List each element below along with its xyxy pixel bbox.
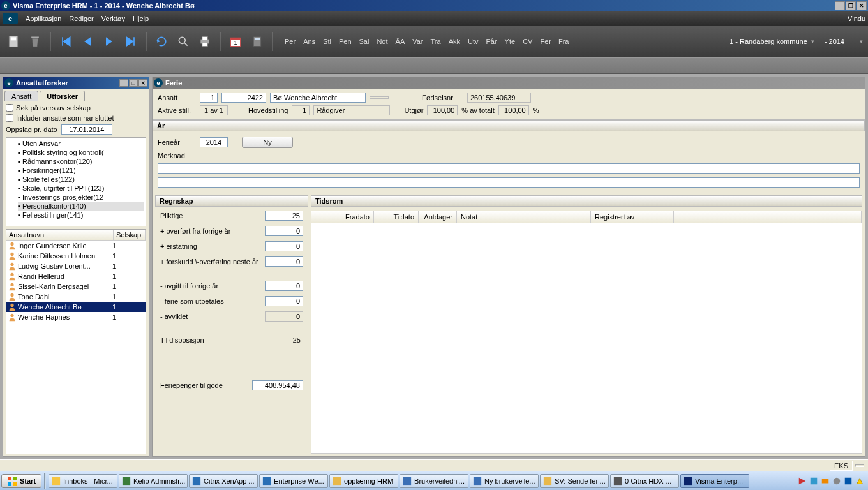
nav-next-icon[interactable] [101,31,117,52]
tree-node-selected[interactable]: Personalkontor(140) [18,202,144,211]
col-header-company[interactable]: Selskap [114,230,146,240]
company-dropdown[interactable]: 1 - Randaberg kommune▾ [730,38,814,45]
taskbar-item[interactable]: Enterprise We... [259,474,328,488]
tree-node[interactable]: Uten Ansvar [18,139,144,148]
tray-icon[interactable] [821,477,830,486]
year-dropdown[interactable]: - 2014▾ [825,38,863,45]
employee-row[interactable]: Wenche Hapnes1 [6,312,146,322]
feriear-input[interactable] [200,137,228,147]
tree-node[interactable]: Forsikringer(121) [18,166,144,175]
tab-utforsker[interactable]: Utforsker [40,91,85,101]
taskbar-item[interactable]: Ny brukerveile... [470,474,539,488]
calculator-icon[interactable] [249,31,266,52]
taskbar-item[interactable]: Innboks - Micr... [49,474,117,488]
check-cross-company[interactable]: Søk på tvers av selskap [6,104,146,112]
tbtn-aa[interactable]: ÅA [396,38,405,45]
employee-row[interactable]: Sissel-Karin Bergsagel1 [6,281,146,292]
tree-node[interactable]: Skole felles(122) [18,175,144,184]
save-icon[interactable] [5,31,22,52]
tree-node[interactable]: Investerings-prosjekter(12 [18,193,144,202]
tcol-notat[interactable]: Notat [457,211,591,223]
tray-icon[interactable] [798,477,807,486]
tree-node[interactable]: Politisk styring og kontroll( [18,148,144,157]
explorer-maximize[interactable]: □ [129,79,138,87]
tree-node[interactable]: Rådmannskontor(120) [18,157,144,166]
tcol-tildato[interactable]: Tildato [374,211,419,223]
taskbar-item[interactable]: Citrix XenApp ... [189,474,258,488]
employee-row[interactable]: Karine Ditlevsen Holmen1 [6,251,146,261]
tray-icon[interactable] [832,477,841,486]
ansatt-no[interactable]: 2422 [221,93,266,103]
taskbar-item[interactable]: 0 Citrix HDX ... [610,474,679,488]
tray-icon[interactable] [855,477,864,486]
employee-row[interactable]: Wenche Albrecht Bø1 [6,302,146,312]
tcol-registrert[interactable]: Registrert av [591,211,674,223]
tidsrom-table-body[interactable] [311,223,862,454]
undo-icon[interactable] [153,31,170,52]
tab-ansatt[interactable]: Ansatt [4,91,38,101]
menu-vindu[interactable]: Vindu [848,15,865,22]
explorer-minimize[interactable]: _ [119,79,128,87]
reg-forrige-val[interactable]: 0 [265,226,303,236]
tcol-fradato[interactable]: Fradato [329,211,374,223]
ansatt-id[interactable]: 1 [200,93,218,103]
tbtn-pen[interactable]: Pen [339,38,352,45]
taskbar-item[interactable]: Brukerveiledni... [400,474,468,488]
tbtn-sal[interactable]: Sal [359,38,370,45]
menu-verktoy[interactable]: Verktøy [101,15,125,22]
restore-button[interactable]: ❐ [846,1,856,10]
lookup-date-input[interactable] [61,124,112,135]
tcol-antdager[interactable]: Antdager [419,211,457,223]
employee-row[interactable]: Tone Dahl1 [6,292,146,302]
calendar-icon[interactable]: 1 [227,31,244,52]
tray-icon[interactable] [844,477,853,486]
search-icon[interactable] [175,31,191,52]
ny-button[interactable]: Ny [242,137,293,148]
tbtn-par[interactable]: Pår [486,38,497,45]
minimize-button[interactable]: _ [835,1,845,10]
taskbar-item[interactable]: Visma Enterp... [680,474,749,488]
tbtn-var[interactable]: Var [412,38,423,45]
org-tree[interactable]: Uten Ansvar Politisk styring og kontroll… [6,137,146,226]
tbtn-tra[interactable]: Tra [431,38,441,45]
tbtn-akk[interactable]: Akk [449,38,460,45]
nav-first-icon[interactable] [57,31,74,52]
start-button[interactable]: Start [1,474,41,488]
tbtn-not[interactable]: Not [377,38,387,45]
employee-row[interactable]: Randi Hellerud1 [6,271,146,281]
tbtn-fra[interactable]: Fra [558,38,569,45]
tbtn-ans[interactable]: Ans [303,38,315,45]
merknad-input-2[interactable] [158,177,860,188]
menu-hjelp[interactable]: Hjelp [133,15,149,22]
tbtn-utv[interactable]: Utv [468,38,479,45]
tree-node[interactable]: Fellesstillinger(141) [18,211,144,219]
close-button[interactable]: ✕ [857,1,867,10]
reg-forskudd-val[interactable]: 0 [265,256,303,267]
tree-node[interactable]: Skole, utgifter til PPT(123) [18,184,144,193]
reg-pliktige-val[interactable]: 25 [265,211,303,221]
tbtn-sti[interactable]: Sti [323,38,331,45]
tbtn-fer[interactable]: Fer [540,38,551,45]
tbtn-yte[interactable]: Yte [505,38,516,45]
tbtn-per[interactable]: Per [285,38,296,45]
print-icon[interactable] [197,31,213,52]
delete-icon[interactable] [27,31,43,52]
taskbar-item[interactable]: Kelio Administr... [119,474,188,488]
reg-erstat-val[interactable]: 0 [265,241,303,251]
menu-rediger[interactable]: Rediger [69,15,94,22]
col-header-name[interactable]: Ansattnavn [6,230,114,240]
check-include-ended[interactable]: Inkluder ansatte som har sluttet [6,114,146,122]
menu-applikasjon[interactable]: Applikasjon [26,15,61,22]
employee-row[interactable]: Inger Gundersen Krile1 [6,241,146,251]
nav-prev-icon[interactable] [79,31,96,52]
merknad-input-1[interactable] [158,163,860,174]
employee-row[interactable]: Ludvig Gustav Lorent...1 [6,261,146,271]
taskbar-item[interactable]: opplæring HRM [329,474,398,488]
tbtn-cv[interactable]: CV [523,38,532,45]
taskbar-item[interactable]: SV: Sende feri... [540,474,609,488]
reg-utbet-val[interactable]: 0 [265,296,303,306]
check-include-ended-box[interactable] [6,114,13,122]
explorer-close[interactable]: ✕ [138,79,147,87]
tray-icon[interactable] [809,477,818,486]
nav-last-icon[interactable] [123,31,139,52]
